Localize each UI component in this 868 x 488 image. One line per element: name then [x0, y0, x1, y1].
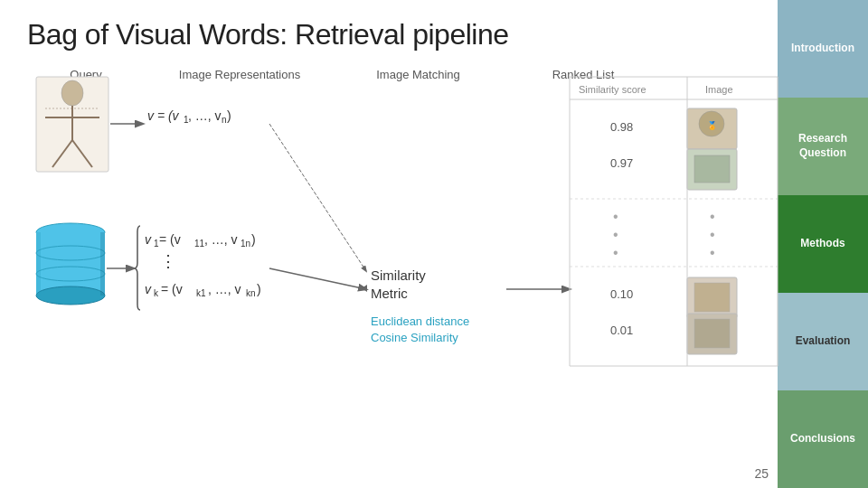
svg-text:k: k	[154, 288, 159, 298]
svg-text:k1: k1	[196, 288, 206, 298]
svg-text:Euclidean distance: Euclidean distance	[371, 314, 469, 328]
sidebar-label-research-question: Research Question	[785, 132, 861, 160]
svg-text:= (v: = (v	[161, 282, 183, 296]
sidebar-item-methods[interactable]: Methods	[778, 195, 868, 293]
pipeline-area: Query Image Representations Image Matchi…	[27, 68, 787, 474]
svg-text:0.10: 0.10	[610, 287, 633, 301]
sidebar-label-methods: Methods	[800, 237, 844, 251]
sidebar-item-conclusions[interactable]: Conclusions	[778, 390, 868, 488]
svg-line-36	[269, 124, 366, 271]
svg-text:1n: 1n	[241, 239, 250, 249]
svg-text:, …, v: , …, v	[208, 282, 241, 296]
svg-text:0.98: 0.98	[610, 120, 633, 134]
sidebar-item-evaluation[interactable]: Evaluation	[778, 293, 868, 390]
svg-text:, …, v: , …, v	[204, 232, 238, 247]
svg-line-37	[269, 268, 366, 289]
svg-text:v: v	[145, 232, 152, 247]
sidebar-item-introduction[interactable]: Introduction	[778, 0, 868, 98]
svg-text:•: •	[613, 209, 618, 224]
svg-text:⋮: ⋮	[160, 252, 176, 270]
svg-point-1	[61, 80, 83, 106]
svg-text:•: •	[710, 245, 715, 260]
page-title: Bag of Visual Words: Retrieval pipeline	[27, 18, 760, 52]
sidebar-item-research-question[interactable]: Research Question	[778, 98, 868, 195]
svg-text:•: •	[710, 227, 715, 242]
svg-text:v: v	[145, 282, 152, 296]
svg-text:•: •	[613, 245, 618, 260]
sidebar-label-introduction: Introduction	[791, 42, 854, 56]
page-number: 25	[754, 466, 769, 481]
svg-text:Similarity score: Similarity score	[579, 84, 646, 95]
svg-text:Similarity: Similarity	[371, 267, 426, 283]
sidebar-label-evaluation: Evaluation	[796, 334, 851, 349]
sidebar: Introduction Research Question Methods E…	[778, 0, 868, 488]
svg-text:v = (v: v = (v	[147, 108, 180, 123]
svg-text:🏅: 🏅	[707, 120, 718, 131]
svg-text:0.97: 0.97	[610, 156, 633, 170]
svg-text:n: n	[222, 115, 227, 125]
svg-text:): )	[257, 282, 261, 296]
svg-text:•: •	[710, 209, 715, 224]
svg-text:Metric: Metric	[371, 286, 408, 301]
pipeline-svg: v = (v 1 , …, v n ) v 1 = (v 11 , …, v 1…	[27, 68, 787, 411]
svg-text:): )	[227, 108, 231, 123]
svg-text:Image: Image	[705, 84, 733, 95]
sidebar-label-conclusions: Conclusions	[790, 432, 855, 446]
svg-text:0.01: 0.01	[610, 324, 633, 337]
svg-point-30	[36, 286, 105, 305]
svg-text:): )	[251, 232, 256, 247]
svg-rect-33	[36, 232, 41, 296]
svg-rect-64	[694, 283, 730, 312]
main-content: Bag of Visual Words: Retrieval pipeline …	[0, 0, 787, 488]
svg-text:11: 11	[194, 239, 205, 249]
svg-rect-67	[694, 319, 730, 348]
svg-text:, …, v: , …, v	[188, 108, 222, 123]
svg-text:= (v: = (v	[159, 232, 181, 247]
svg-rect-53	[694, 155, 730, 183]
svg-text:•: •	[613, 227, 618, 242]
svg-rect-34	[100, 232, 105, 296]
svg-text:kn: kn	[246, 288, 256, 298]
svg-text:Cosine Similarity: Cosine Similarity	[371, 331, 458, 344]
svg-marker-40	[362, 285, 367, 292]
